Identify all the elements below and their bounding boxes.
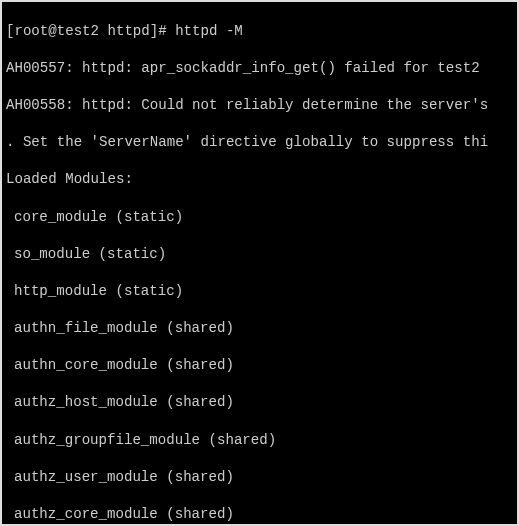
module-entry: so_module (static) <box>6 245 513 264</box>
module-entry: core_module (static) <box>6 208 513 227</box>
module-entry: http_module (static) <box>6 282 513 301</box>
module-entry: authn_core_module (shared) <box>6 356 513 375</box>
error-line: . Set the 'ServerName' directive globall… <box>6 133 513 152</box>
module-entry: authz_user_module (shared) <box>6 468 513 487</box>
module-entry: authz_core_module (shared) <box>6 505 513 524</box>
terminal-output: [root@test2 httpd]# httpd -M AH00557: ht… <box>2 2 517 526</box>
module-entry: authz_groupfile_module (shared) <box>6 431 513 450</box>
loaded-modules-header: Loaded Modules: <box>6 170 513 189</box>
module-entry: authz_host_module (shared) <box>6 393 513 412</box>
prompt-line: [root@test2 httpd]# httpd -M <box>6 22 513 41</box>
error-line: AH00557: httpd: apr_sockaddr_info_get() … <box>6 59 513 78</box>
module-entry: authn_file_module (shared) <box>6 319 513 338</box>
error-line: AH00558: httpd: Could not reliably deter… <box>6 96 513 115</box>
